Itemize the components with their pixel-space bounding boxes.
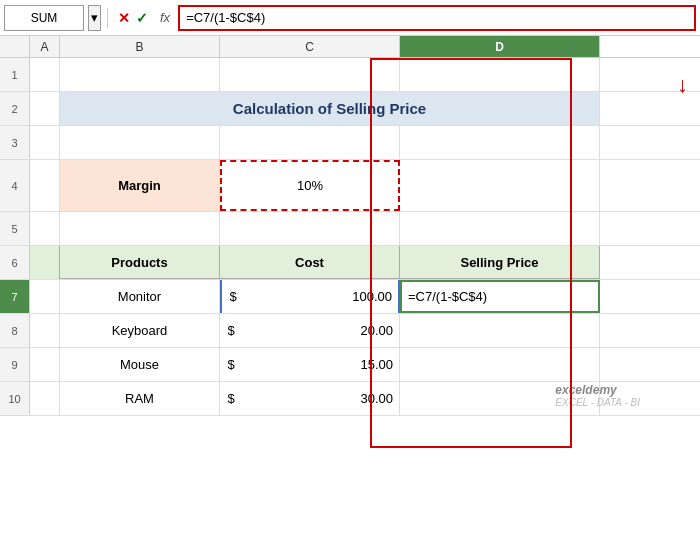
cell-d3[interactable] — [400, 126, 600, 159]
row-8: 8 Keyboard $ 20.00 — [0, 314, 700, 348]
cell-product-keyboard[interactable]: Keyboard — [60, 314, 220, 347]
row-5: 5 — [0, 212, 700, 246]
row-num-8: 8 — [0, 314, 30, 347]
amount-9: 15.00 — [242, 357, 399, 372]
cell-d5[interactable] — [400, 212, 600, 245]
cell-a8[interactable] — [30, 314, 60, 347]
formula-bar: SUM ▾ ✕ ✓ fx =C7/(1-$C$4) — [0, 0, 700, 36]
row-num-5: 5 — [0, 212, 30, 245]
dollar-sign-8: $ — [220, 323, 242, 338]
cell-product-mouse[interactable]: Mouse — [60, 348, 220, 381]
cell-cost-monitor[interactable]: $ 100.00 — [220, 280, 400, 313]
cell-cost-header: Cost — [220, 246, 400, 279]
watermark: exceldemy EXCEL - DATA - BI — [555, 383, 640, 408]
cell-b3[interactable] — [60, 126, 220, 159]
col-header-c[interactable]: C — [220, 36, 400, 57]
col-header-b[interactable]: B — [60, 36, 220, 57]
amount-10: 30.00 — [242, 391, 399, 406]
row-6: 6 Products Cost Selling Price — [0, 246, 700, 280]
row-3: 3 — [0, 126, 700, 160]
formula-input[interactable]: =C7/(1-$C$4) — [178, 5, 696, 31]
row-1: 1 — [0, 58, 700, 92]
cell-d4[interactable] — [400, 160, 600, 211]
amount-8: 20.00 — [242, 323, 399, 338]
cell-cost-keyboard[interactable]: $ 20.00 — [220, 314, 400, 347]
dollar-sign-7: $ — [222, 289, 244, 304]
cell-d8[interactable] — [400, 314, 600, 347]
cell-a5[interactable] — [30, 212, 60, 245]
cell-d9[interactable] — [400, 348, 600, 381]
column-headers: A B C D — [0, 36, 700, 58]
cell-a10[interactable] — [30, 382, 60, 415]
row-7: 7 Monitor $ 100.00 =C7/(1-$C$4) — [0, 280, 700, 314]
col-header-d[interactable]: D — [400, 36, 600, 57]
col-header-a[interactable]: A — [30, 36, 60, 57]
cell-products-header: Products — [60, 246, 220, 279]
row-num-2: 2 — [0, 92, 30, 125]
cell-a9[interactable] — [30, 348, 60, 381]
cell-a6[interactable] — [30, 246, 60, 279]
row-num-9: 9 — [0, 348, 30, 381]
dollar-sign-10: $ — [220, 391, 242, 406]
cell-c5[interactable] — [220, 212, 400, 245]
row-num-4: 4 — [0, 160, 30, 211]
cell-a4[interactable] — [30, 160, 60, 211]
cell-b5[interactable] — [60, 212, 220, 245]
cell-c1[interactable] — [220, 58, 400, 91]
row-num-1: 1 — [0, 58, 30, 91]
cancel-icon[interactable]: ✕ — [118, 10, 130, 26]
name-box[interactable]: SUM — [4, 5, 84, 31]
cell-margin-value[interactable]: 10% — [220, 160, 400, 211]
cell-cost-mouse[interactable]: $ 15.00 — [220, 348, 400, 381]
name-box-dropdown[interactable]: ▾ — [88, 5, 101, 31]
cell-a7[interactable] — [30, 280, 60, 313]
row-num-6: 6 — [0, 246, 30, 279]
cell-a1[interactable] — [30, 58, 60, 91]
cell-d1[interactable] — [400, 58, 600, 91]
cell-title: Calculation of Selling Price — [60, 92, 600, 125]
row-num-7: 7 — [0, 280, 30, 313]
arrow-down-icon: ↓ — [677, 72, 688, 98]
row-4: 4 Margin 10% — [0, 160, 700, 212]
dollar-sign-9: $ — [220, 357, 242, 372]
fx-label: fx — [156, 10, 174, 25]
row-num-10: 10 — [0, 382, 30, 415]
cell-a2[interactable] — [30, 92, 60, 125]
cell-product-monitor[interactable]: Monitor — [60, 280, 220, 313]
cell-selling-price-header: Selling Price — [400, 246, 600, 279]
row-num-3: 3 — [0, 126, 30, 159]
cell-a3[interactable] — [30, 126, 60, 159]
cell-c3[interactable] — [220, 126, 400, 159]
confirm-icon[interactable]: ✓ — [136, 10, 148, 26]
cell-margin-label: Margin — [60, 160, 220, 211]
amount-7: 100.00 — [244, 289, 398, 304]
row-9: 9 Mouse $ 15.00 — [0, 348, 700, 382]
cell-formula-d7[interactable]: =C7/(1-$C$4) — [400, 280, 600, 313]
cell-cost-ram[interactable]: $ 30.00 — [220, 382, 400, 415]
cell-b1[interactable] — [60, 58, 220, 91]
row-2: 2 Calculation of Selling Price — [0, 92, 700, 126]
cell-product-ram[interactable]: RAM — [60, 382, 220, 415]
